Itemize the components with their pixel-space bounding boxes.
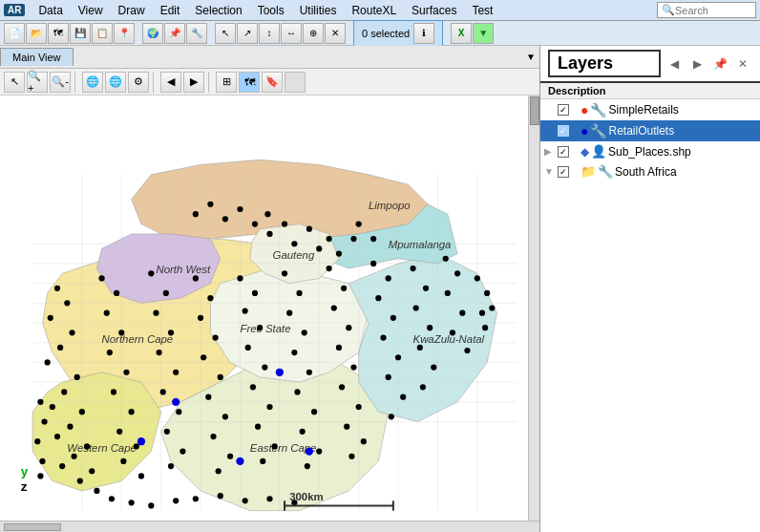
svg-point-31	[79, 409, 85, 415]
layers-controls: ◀ ▶ 📌 ✕	[665, 54, 752, 74]
main-toolbar: 📄 📂 🗺 💾 📋 📍 🌍 📌 🔧 ↖ ↗ ↕ ↔ ⊕ ✕ 0 selected…	[0, 21, 760, 46]
view-tab-dropdown[interactable]: ▼	[526, 52, 536, 62]
tb-arrow2-btn[interactable]: ↔	[281, 23, 302, 44]
tb-cursor-btn[interactable]: ↗	[237, 23, 258, 44]
layer-icon-sp: 👤	[591, 144, 606, 159]
layer-item-sub-places[interactable]: ▶ ✓ ◆ 👤 Sub_Places.shp	[540, 141, 760, 161]
vscroll-thumb[interactable]	[530, 96, 539, 125]
mt-globe2-btn[interactable]: 🌐	[105, 72, 126, 93]
svg-point-119	[417, 345, 423, 351]
layer-folder-icon-sa: 📁	[581, 164, 596, 179]
svg-point-28	[74, 374, 80, 380]
svg-point-149	[37, 399, 43, 405]
tb-save-btn[interactable]: 💾	[70, 23, 91, 44]
tb-globe-btn[interactable]: 🌍	[142, 23, 163, 44]
menu-edit[interactable]: Edit	[153, 2, 188, 19]
svg-point-101	[339, 384, 345, 390]
menu-view[interactable]: View	[71, 2, 111, 19]
svg-point-103	[344, 424, 349, 430]
svg-point-93	[316, 448, 322, 454]
menu-routexl[interactable]: RouteXL	[344, 2, 404, 19]
search-input[interactable]	[675, 5, 751, 16]
tb-btn5[interactable]: 📋	[92, 23, 113, 44]
mt-settings-btn[interactable]: ⚙	[128, 72, 149, 93]
mt-bookmark-btn[interactable]: 🔖	[262, 72, 283, 93]
menu-tools[interactable]: Tools	[250, 2, 292, 19]
layers-fwd-btn[interactable]: ▶	[687, 54, 707, 74]
search-icon: 🔍	[662, 4, 675, 16]
svg-point-147	[489, 305, 495, 310]
menu-utilities[interactable]: Utilities	[292, 2, 345, 19]
svg-point-51	[148, 270, 154, 276]
svg-point-56	[173, 370, 179, 375]
svg-point-146	[479, 310, 485, 316]
toolbar-group-1: 📄 📂 🗺 💾 📋 📍	[4, 23, 135, 44]
main-view-tab[interactable]: Main View	[0, 48, 74, 66]
tb-arrow-btn[interactable]: ↕	[259, 23, 280, 44]
tb-export-btn[interactable]: ▼	[473, 23, 494, 44]
map-vscrollbar[interactable]	[528, 96, 539, 521]
layers-close-btn[interactable]: ✕	[733, 54, 752, 74]
menu-selection[interactable]: Selection	[187, 2, 249, 19]
menu-draw[interactable]: Draw	[111, 2, 153, 19]
mt-zoomin-btn[interactable]: 🔍+	[27, 72, 48, 93]
northern-cape-label: Northern Cape	[102, 333, 174, 345]
svg-point-61	[168, 463, 174, 469]
layer-item-south-africa[interactable]: ▼ ✓ 📁 🔧 South Africa	[540, 161, 760, 181]
menu-test[interactable]: Test	[464, 2, 500, 19]
svg-point-73	[237, 275, 243, 281]
layer-check-sp[interactable]: ✓	[558, 146, 569, 158]
svg-point-105	[348, 454, 354, 459]
svg-point-48	[134, 443, 139, 449]
tb-open-btn[interactable]: 📂	[26, 23, 47, 44]
layers-back-btn[interactable]: ◀	[665, 54, 684, 74]
tb-select2-btn[interactable]: ⊕	[303, 23, 324, 44]
mt-zoomout-btn[interactable]: 🔍-	[50, 72, 71, 93]
layer-icon-sr: 🔧	[590, 102, 606, 117]
svg-point-97	[331, 305, 337, 310]
layer-check-sr[interactable]: ✓	[558, 104, 569, 116]
svg-point-38	[77, 479, 83, 484]
mt-layer-btn[interactable]: 🗺	[239, 72, 260, 93]
map-hscrollbar[interactable]	[0, 521, 539, 532]
svg-point-143	[264, 211, 270, 217]
mt-info-btn[interactable]	[285, 72, 306, 93]
svg-point-78	[262, 364, 267, 370]
tb-close-btn[interactable]: ✕	[325, 23, 346, 44]
tb-excel-btn[interactable]: X	[451, 23, 472, 44]
tb-btn6[interactable]: 📍	[114, 23, 135, 44]
svg-point-115	[410, 266, 415, 271]
mt-grid-btn[interactable]: ⊞	[216, 72, 237, 93]
svg-point-74	[252, 290, 258, 296]
layer-item-simple-retails[interactable]: ✓ ● 🔧 SimpleRetails	[540, 99, 760, 120]
hscroll-thumb[interactable]	[4, 523, 61, 531]
svg-point-85	[296, 290, 302, 296]
search-box[interactable]: 🔍	[657, 2, 756, 18]
tb-info-btn[interactable]: ℹ	[413, 23, 434, 44]
svg-point-126	[450, 330, 455, 335]
tb-select-btn[interactable]: ↖	[215, 23, 236, 44]
svg-point-125	[459, 310, 465, 316]
tb-map-btn[interactable]: 🗺	[48, 23, 69, 44]
svg-point-96	[341, 286, 347, 291]
tb-pin2-btn[interactable]: 🔧	[186, 23, 207, 44]
svg-point-161	[243, 498, 248, 503]
mt-globe-btn[interactable]: 🌐	[82, 72, 103, 93]
svg-point-42	[118, 330, 124, 335]
menu-surfaces[interactable]: Surfaces	[404, 2, 464, 19]
mt-arrow-btn[interactable]: ↖	[4, 72, 25, 93]
map-area[interactable]: Limpopo North West Gauteng Mpumalanga Kw…	[0, 96, 539, 521]
menu-data[interactable]: Data	[31, 2, 70, 19]
mt-back-btn[interactable]: ◀	[160, 72, 181, 93]
layer-check-ro[interactable]: ✓	[558, 125, 569, 137]
layer-check-sa[interactable]: ✓	[558, 166, 569, 178]
layers-pin-btn[interactable]: 📌	[710, 54, 729, 74]
layer-item-retail-outlets[interactable]: ✓ ● 🔧 RetailOutlets	[540, 120, 760, 141]
svg-point-36	[59, 463, 65, 469]
layer-name-sa: South Africa	[615, 165, 677, 179]
tb-locate-btn[interactable]: 📌	[164, 23, 185, 44]
svg-point-132	[316, 245, 322, 251]
tb-new-btn[interactable]: 📄	[4, 23, 25, 44]
svg-point-46	[129, 409, 135, 415]
mt-fwd-btn[interactable]: ▶	[183, 72, 204, 93]
